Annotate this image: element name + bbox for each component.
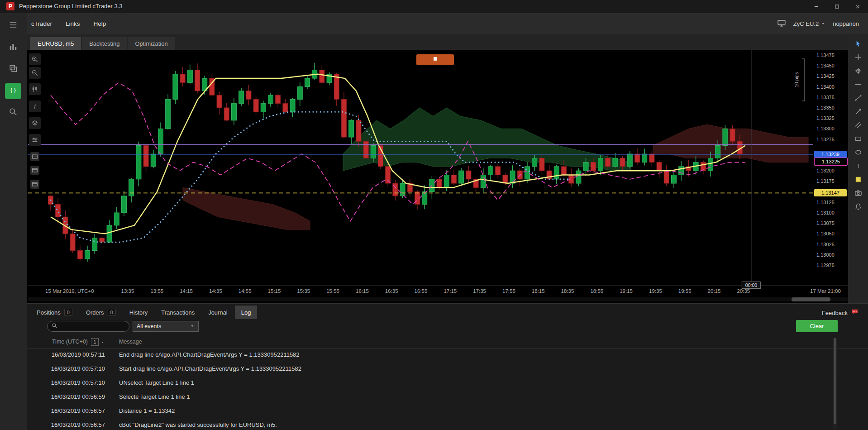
camera-tool[interactable]	[852, 187, 864, 199]
bottom-tab-transactions[interactable]: Transactions	[155, 306, 201, 319]
price-tick: 1.13200	[816, 168, 835, 173]
log-time: 16/03/2019 00:57:10	[27, 362, 105, 376]
price-tick: 1.13100	[816, 210, 835, 215]
log-table: 16/03/2019 00:57:11End drag line cAlgo.A…	[27, 348, 868, 430]
rectangle-tool[interactable]	[852, 133, 864, 144]
event-filter-dropdown[interactable]: All events	[133, 321, 199, 332]
timeframe-button[interactable]	[29, 83, 41, 95]
rail-trade-button[interactable]	[5, 39, 21, 56]
horizontal-scrollbar[interactable]	[28, 297, 848, 301]
indicator-panel-button[interactable]	[30, 152, 39, 161]
time-column-header[interactable]: Time (UTC+0)	[36, 339, 88, 345]
bottom-tab-journal[interactable]: Journal	[202, 306, 234, 319]
log-row[interactable]: 16/03/2019 00:57:11End drag line cAlgo.A…	[27, 348, 868, 362]
price-chart[interactable]: 10 pips	[28, 50, 813, 285]
tab-label: Positions	[37, 309, 61, 316]
account-selector[interactable]: ZyC EU.2	[793, 20, 825, 27]
log-row[interactable]: 16/03/2019 00:57:10Start drag line cAlgo…	[27, 362, 868, 376]
trade-icon	[9, 42, 18, 53]
current-price-badge[interactable]: 1.13239	[814, 151, 847, 158]
hline-tool[interactable]	[852, 79, 864, 90]
sort-caret-icon[interactable]	[100, 339, 105, 346]
bottom-tab-log[interactable]: Log	[235, 306, 258, 319]
clear-button[interactable]: Clear	[796, 320, 838, 332]
indicator-value-badge[interactable]: 1.13225	[814, 158, 848, 166]
time-axis[interactable]: 15 Mar 2019, UTC+013:3513:5514:1514:3514…	[28, 285, 848, 296]
horizontal-scrollbar-handle[interactable]	[792, 297, 830, 301]
log-time: 16/03/2019 00:56:57	[27, 418, 105, 430]
price-tick: 1.13300	[816, 126, 835, 131]
pointer-tool[interactable]	[852, 38, 864, 49]
log-search-input[interactable]	[60, 323, 125, 330]
bottom-panel: Positions0Orders0HistoryTransactionsJour…	[27, 303, 868, 430]
time-tick: 18:35	[561, 288, 574, 294]
minimize-button[interactable]	[806, 0, 826, 13]
ellipse-tool[interactable]	[852, 147, 864, 158]
bell-tool[interactable]	[852, 201, 864, 212]
indicator-panel-button[interactable]	[30, 180, 39, 189]
svg-text:T: T	[856, 163, 860, 169]
channel-tool[interactable]	[852, 119, 864, 131]
tab-label: Journal	[208, 309, 228, 316]
target-line-badge[interactable]: 1.13147	[814, 189, 847, 196]
swatch-tool[interactable]	[852, 174, 864, 185]
log-message: Start drag line cAlgo.API.ChartDragEvent…	[119, 362, 301, 376]
log-row[interactable]: 16/03/2019 00:56:59Selecte Target Line 1…	[27, 390, 868, 404]
log-row[interactable]: 16/03/2019 00:56:57cBot "DragLine2" was …	[27, 418, 868, 430]
monitor-icon[interactable]	[777, 19, 786, 29]
event-filter-value: All events	[137, 323, 161, 330]
chat-icon	[851, 308, 859, 317]
trendline-tool[interactable]	[852, 92, 864, 104]
tab-label: Log	[241, 309, 251, 316]
rail-analyze-button[interactable]	[5, 105, 21, 121]
feedback-button[interactable]: Feedback	[822, 308, 859, 317]
tab-label: Orders	[86, 309, 104, 316]
menu-help[interactable]: Help	[94, 20, 106, 27]
tab-count-badge: 0	[64, 309, 72, 316]
text-tool[interactable]: T	[852, 160, 864, 172]
chart-panel: 10 pips ƒ 1.134751.134501.134251.134001.…	[27, 50, 848, 303]
tab-count-badge: 0	[108, 309, 116, 316]
log-message: Distance 1 = 1.13342	[119, 404, 175, 418]
menu-links[interactable]: Links	[66, 20, 80, 27]
bottom-tab-history[interactable]: History	[123, 306, 154, 319]
menu-ctrader[interactable]: cTrader	[31, 20, 52, 27]
close-button[interactable]	[847, 0, 868, 13]
tab-optimization[interactable]: Optimization	[128, 37, 175, 50]
time-tick: 18:55	[590, 288, 603, 294]
templates-button[interactable]	[29, 117, 41, 129]
rail-copy-button[interactable]	[5, 61, 21, 77]
tab-eurusd-m5[interactable]: EURUSD, m5	[30, 37, 81, 50]
message-column-header[interactable]: Message	[119, 339, 142, 345]
chart-settings-button[interactable]	[29, 134, 41, 146]
rail-automate-button[interactable]: { }	[5, 83, 21, 99]
bottom-tab-orders[interactable]: Orders0	[80, 306, 122, 319]
indicators-button[interactable]: ƒ	[29, 100, 41, 112]
username[interactable]: noppanon	[833, 20, 859, 27]
cbot-stop-button[interactable]	[416, 54, 454, 65]
log-row[interactable]: 16/03/2019 00:57:10UNselect Target Line …	[27, 376, 868, 390]
ray-tool[interactable]	[852, 106, 864, 117]
price-tick: 1.13050	[816, 231, 835, 236]
price-tick: 1.13025	[816, 242, 835, 247]
zoom-out-button[interactable]	[29, 67, 41, 79]
target-tool[interactable]	[852, 65, 864, 76]
vertical-scrollbar-handle[interactable]	[834, 338, 836, 424]
log-search-box[interactable]	[47, 321, 129, 332]
rail-menu-button[interactable]	[5, 18, 21, 34]
price-tick: 1.13400	[816, 84, 835, 90]
maximize-button[interactable]	[826, 0, 847, 13]
price-axis[interactable]: 1.134751.134501.134251.134001.133751.133…	[813, 50, 849, 285]
price-tick: 1.13175	[816, 178, 835, 184]
drawing-toolbar: T	[848, 34, 868, 303]
crosshair-tool[interactable]	[852, 52, 864, 63]
tab-backtesting[interactable]: Backtesting	[82, 37, 127, 50]
indicator-panel-button[interactable]	[30, 166, 39, 175]
sort-order-badge[interactable]: 1	[91, 338, 99, 346]
search-icon	[52, 322, 57, 330]
log-row[interactable]: 16/03/2019 00:56:57Distance 1 = 1.13342	[27, 404, 868, 418]
bottom-tab-positions[interactable]: Positions0	[30, 306, 79, 319]
analyze-icon	[9, 107, 18, 118]
zoom-in-button[interactable]	[29, 53, 41, 65]
vertical-scrollbar[interactable]	[833, 337, 837, 430]
